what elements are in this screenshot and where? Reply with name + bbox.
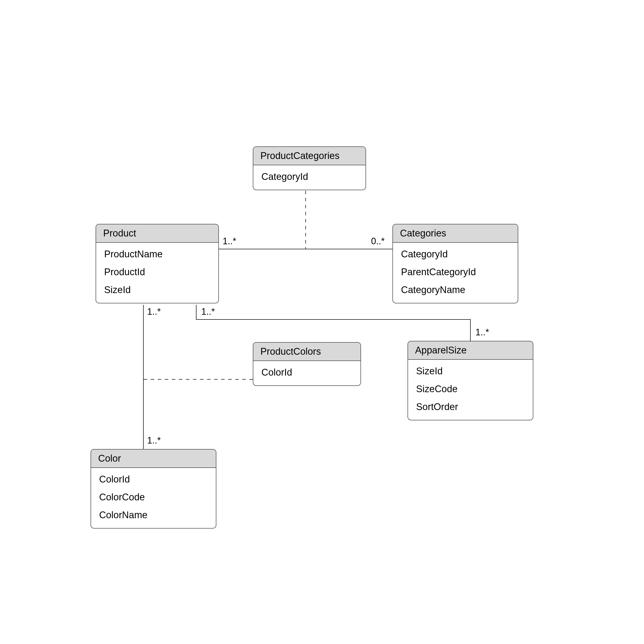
- entity-attr: ProductName: [103, 245, 211, 263]
- entity-color: Color ColorId ColorCode ColorName: [91, 449, 216, 529]
- entity-attr: ColorId: [98, 470, 209, 488]
- entity-attr: ParentCategoryId: [400, 263, 511, 281]
- entity-attr: ColorId: [260, 364, 353, 381]
- entity-attr: SortOrder: [415, 398, 526, 416]
- entity-title: ProductCategories: [253, 147, 366, 165]
- multiplicity-label: 1..*: [147, 435, 161, 446]
- multiplicity-label: 0..*: [371, 236, 385, 247]
- entity-attr: SizeId: [103, 281, 211, 299]
- multiplicity-label: 1..*: [223, 236, 236, 247]
- multiplicity-label: 1..*: [147, 306, 161, 317]
- entity-categories: Categories CategoryId ParentCategoryId C…: [392, 224, 518, 303]
- entity-title: Product: [96, 224, 218, 243]
- entity-attr: CategoryName: [400, 281, 511, 299]
- entity-attr: ProductId: [103, 263, 211, 281]
- entity-attr: SizeCode: [415, 380, 526, 398]
- entity-attr: CategoryId: [260, 168, 358, 186]
- entity-title: ProductColors: [253, 343, 360, 361]
- connectors-layer: [0, 0, 644, 644]
- multiplicity-label: 1..*: [201, 306, 215, 317]
- entity-product-categories: ProductCategories CategoryId: [253, 146, 366, 190]
- entity-title: ApparelSize: [408, 341, 533, 360]
- entity-title: Color: [91, 450, 216, 468]
- entity-attr: ColorName: [98, 506, 209, 524]
- entity-title: Categories: [393, 224, 518, 243]
- entity-product: Product ProductName ProductId SizeId: [96, 224, 219, 303]
- entity-product-colors: ProductColors ColorId: [253, 342, 361, 386]
- entity-attr: SizeId: [415, 362, 526, 380]
- uml-canvas: ProductCategories CategoryId Product Pro…: [0, 0, 644, 644]
- entity-attr: ColorCode: [98, 488, 209, 506]
- multiplicity-label: 1..*: [475, 327, 489, 338]
- entity-attr: CategoryId: [400, 245, 511, 263]
- entity-apparel-size: ApparelSize SizeId SizeCode SortOrder: [408, 341, 533, 420]
